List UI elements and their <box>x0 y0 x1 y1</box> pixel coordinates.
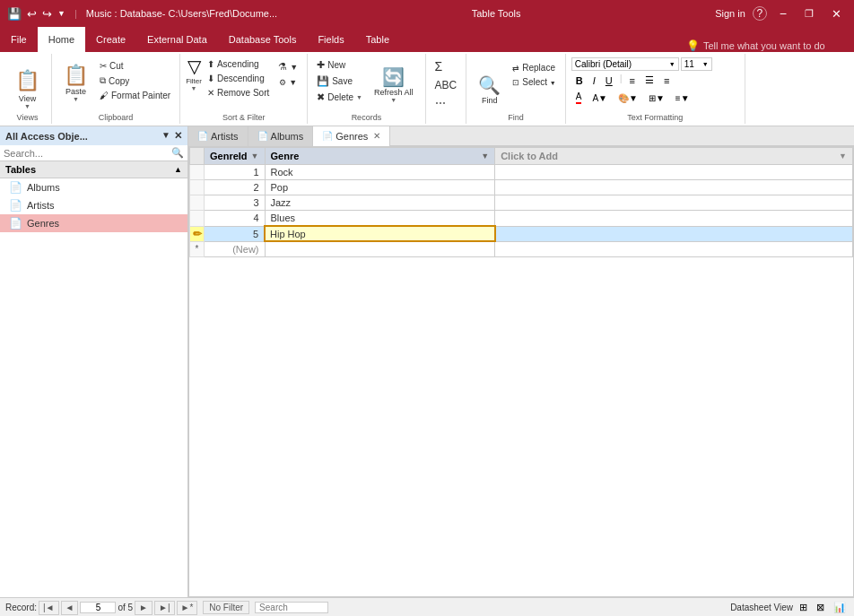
tab-database-tools[interactable]: Database Tools <box>218 27 308 52</box>
genre-id-cell-1[interactable]: 1 <box>205 165 266 180</box>
format-painter-btn[interactable]: 🖌 Format Painter <box>96 89 174 102</box>
genre-dropdown[interactable]: ▼ <box>481 152 489 161</box>
new-record-nav-btn[interactable]: ►* <box>177 601 198 615</box>
new-row-genre-id[interactable]: (New) <box>205 241 266 256</box>
tab-genres[interactable]: 📄 Genres ✕ <box>313 126 390 146</box>
more-btn[interactable]: ⋯ <box>431 95 461 111</box>
genre-col-header[interactable]: Genre ▼ <box>265 148 495 165</box>
tab-table[interactable]: Table <box>355 27 400 52</box>
gridlines-btn[interactable]: ⊞▼ <box>644 90 669 106</box>
click-to-add-header[interactable]: Click to Add ▼ <box>495 148 853 165</box>
first-record-btn[interactable]: |◄ <box>39 601 59 615</box>
genre-cell-2[interactable]: Pop <box>265 180 495 195</box>
datasheet-view-btn[interactable]: ⊞ <box>797 599 810 616</box>
next-record-btn[interactable]: ► <box>135 601 152 615</box>
record-number-input[interactable] <box>80 602 116 613</box>
font-color-btn[interactable]: A <box>571 90 587 106</box>
tab-fields[interactable]: Fields <box>307 27 354 52</box>
help-btn[interactable]: ? <box>753 6 767 21</box>
select-btn[interactable]: ⊡ Select ▼ <box>509 75 560 89</box>
left-panel-search[interactable] <box>4 148 171 159</box>
tab-artists[interactable]: 📄 Artists <box>188 126 248 146</box>
save-icon[interactable]: 💾 <box>7 7 22 21</box>
quick-access-dropdown[interactable]: ▼ <box>57 9 65 18</box>
filter-dropdown[interactable]: ▼ <box>191 85 197 91</box>
genre-id-cell-2[interactable]: 2 <box>205 180 266 195</box>
last-record-btn[interactable]: ►| <box>154 601 175 615</box>
alt-row-color-btn[interactable]: ≡▼ <box>671 90 694 106</box>
prev-record-btn[interactable]: ◄ <box>61 601 79 615</box>
bg-color-btn[interactable]: 🎨▼ <box>614 90 642 106</box>
panel-menu-btn[interactable]: ▼ <box>161 130 170 142</box>
italic-btn[interactable]: I <box>588 73 600 88</box>
maximize-btn[interactable]: ❐ <box>799 8 819 20</box>
paste-dropdown[interactable]: ▼ <box>73 96 79 102</box>
nav-item-genres[interactable]: 📄 Genres <box>0 214 187 232</box>
replace-btn[interactable]: ⇄ Replace <box>509 61 560 74</box>
table-row[interactable]: 2 Pop <box>190 180 853 195</box>
click-to-add-dropdown[interactable]: ▼ <box>839 152 847 161</box>
highlight-btn[interactable]: A▼ <box>588 90 612 106</box>
undo-icon[interactable]: ↩ <box>27 7 37 21</box>
genre-cell-3[interactable]: Jazz <box>265 195 495 211</box>
totals-btn[interactable]: Σ <box>431 57 461 75</box>
close-btn[interactable]: ✕ <box>826 7 847 21</box>
font-select[interactable]: Calibri (Detail) ▼ <box>571 57 679 71</box>
tab-home[interactable]: Home <box>38 27 85 52</box>
bold-btn[interactable]: B <box>571 73 588 88</box>
advanced-btn[interactable]: ⚙ ▼ <box>275 76 301 89</box>
genre-cell-1[interactable]: Rock <box>265 165 495 180</box>
genre-id-dropdown[interactable]: ▼ <box>251 152 259 161</box>
table-row[interactable]: ✏ 5 Hip Hop <box>190 226 853 241</box>
minimize-btn[interactable]: − <box>774 6 792 21</box>
genre-id-cell-3[interactable]: 3 <box>205 195 266 211</box>
refresh-dropdown[interactable]: ▼ <box>390 97 396 103</box>
view-btn[interactable]: 📋 View ▼ <box>9 62 46 116</box>
cut-btn[interactable]: ✂ Cut <box>96 59 174 73</box>
genres-tab-close[interactable]: ✕ <box>373 131 380 141</box>
section-collapse-btn[interactable]: ▲ <box>174 165 182 174</box>
genre-cell-5-editing[interactable]: Hip Hop <box>265 226 495 241</box>
table-row[interactable]: 1 Rock <box>190 165 853 180</box>
ascending-btn[interactable]: ⬆ Ascending <box>204 57 273 71</box>
no-filter-btn[interactable]: No Filter <box>203 601 249 614</box>
copy-btn[interactable]: ⧉ Copy <box>96 74 174 88</box>
new-row-genre[interactable] <box>265 241 495 256</box>
paste-btn[interactable]: 📋 Paste ▼ <box>57 56 94 109</box>
align-right-btn[interactable]: ≡ <box>659 73 674 88</box>
view-dropdown-arrow[interactable]: ▼ <box>24 103 30 109</box>
genre-id-cell-5[interactable]: 5 <box>205 226 266 241</box>
sign-in-btn[interactable]: Sign in <box>715 8 745 19</box>
genre-id-col-header[interactable]: GenreId ▼ <box>205 148 266 165</box>
table-row[interactable]: 3 Jazz <box>190 195 853 211</box>
align-left-btn[interactable]: ≡ <box>625 73 640 88</box>
status-search-input[interactable] <box>256 603 327 612</box>
genre-id-cell-4[interactable]: 4 <box>205 211 266 227</box>
descending-btn[interactable]: ⬇ Descending <box>204 72 273 85</box>
redo-icon[interactable]: ↪ <box>42 7 52 21</box>
align-center-btn[interactable]: ☰ <box>640 73 658 88</box>
new-record-btn[interactable]: ✚ New <box>313 57 366 73</box>
table-row[interactable]: 4 Blues <box>190 211 853 227</box>
panel-close-btn[interactable]: ✕ <box>174 130 182 142</box>
nav-item-albums[interactable]: 📄 Albums <box>0 178 187 196</box>
save-record-btn[interactable]: 💾 Save <box>313 74 366 89</box>
tab-albums[interactable]: 📄 Albums <box>248 126 314 146</box>
delete-btn[interactable]: ✖ Delete ▼ <box>313 90 366 105</box>
remove-sort-btn[interactable]: ✕ Remove Sort <box>204 86 273 100</box>
spelling-btn[interactable]: ABC <box>431 77 461 93</box>
genre-cell-4[interactable]: Blues <box>265 211 495 227</box>
tab-external-data[interactable]: External Data <box>136 27 218 52</box>
tell-me-input[interactable] <box>703 40 847 51</box>
underline-btn[interactable]: U <box>601 73 617 88</box>
pivot-table-btn[interactable]: ⊠ <box>814 599 827 616</box>
toggle-filter-btn[interactable]: ⚗ ▼ <box>274 59 301 74</box>
tell-me-box[interactable]: 💡 <box>686 39 847 52</box>
pivot-chart-btn[interactable]: 📊 <box>831 599 849 616</box>
nav-item-artists[interactable]: 📄 Artists <box>0 196 187 214</box>
font-size-select[interactable]: 11 ▼ <box>681 57 712 71</box>
new-row[interactable]: * (New) <box>190 241 853 256</box>
delete-dropdown[interactable]: ▼ <box>356 94 362 100</box>
refresh-btn[interactable]: 🔄 Refresh All ▼ <box>368 57 420 111</box>
tab-create[interactable]: Create <box>85 27 136 52</box>
